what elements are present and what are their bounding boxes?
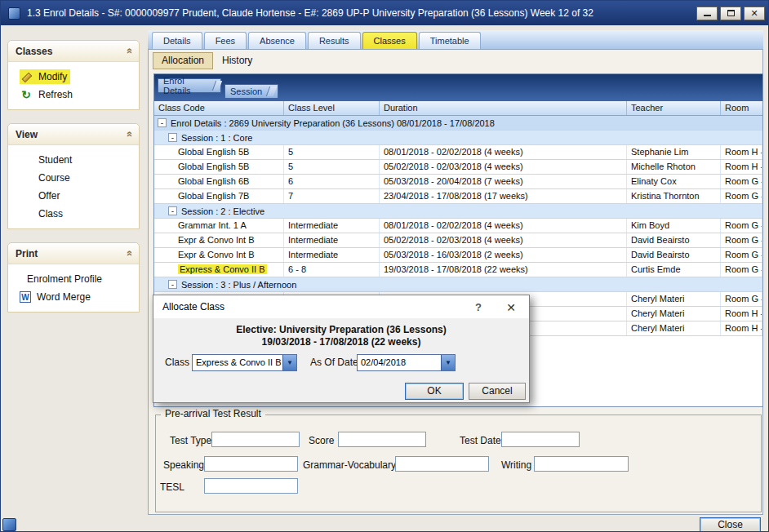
main-tabstrip: Details Fees Absence Results Classes Tim…: [148, 30, 763, 49]
sidebar-item-class[interactable]: Class: [8, 205, 139, 223]
class-combobox-value: Express & Convo II B: [193, 355, 282, 370]
writing-label: Writing: [501, 458, 531, 473]
group-field-label: Session: [230, 86, 262, 96]
panel-body: Enrolment Profile W Word Merge: [8, 264, 139, 312]
session-group-row[interactable]: - Session : 3 : Plus / Afternoon: [154, 277, 762, 292]
grammar-vocabulary-label: Grammar-Vocabulary: [303, 458, 396, 473]
collapse-chevron-icon[interactable]: »: [122, 131, 135, 137]
cancel-button[interactable]: Cancel: [469, 383, 526, 400]
dialog-help-button[interactable]: ?: [472, 301, 485, 314]
sidebar-item-word-merge[interactable]: W Word Merge: [8, 288, 139, 306]
column-header-duration[interactable]: Duration: [380, 101, 627, 115]
class-row[interactable]: Global English 6B 6 05/03/2018 - 20/04/2…: [154, 175, 762, 189]
close-window-button[interactable]: ✕: [744, 7, 765, 20]
sidebar-item-label: Modify: [38, 71, 67, 82]
tab-fees[interactable]: Fees: [204, 32, 247, 49]
duration-cell: 05/03/2018 - 16/03/2018 (2 weeks): [380, 248, 627, 262]
group-field-session[interactable]: Session: [224, 84, 278, 99]
room-cell: Room H -: [721, 160, 762, 174]
class-level-cell: 5: [284, 160, 380, 174]
class-level-cell: 7: [284, 189, 380, 203]
tab-classes[interactable]: Classes: [362, 32, 417, 49]
sidebar-panel-classes: Classes » Modify ↻ Refresh: [7, 40, 140, 110]
sidebar-item-enrolment-profile[interactable]: Enrolment Profile: [8, 270, 139, 288]
app-icon: [8, 7, 20, 20]
dialog-close-button[interactable]: ✕: [503, 299, 519, 316]
class-combobox[interactable]: Express & Convo II B ▼: [192, 354, 297, 371]
group-row-enrol-details[interactable]: - Enrol Details : 2869 University Prepar…: [154, 116, 762, 131]
duration-cell: 23/04/2018 - 17/08/2018 (17 weeks): [380, 189, 627, 203]
sidebar-item-label: Refresh: [38, 89, 73, 100]
column-header-teacher[interactable]: Teacher: [627, 101, 721, 115]
panel-header-classes[interactable]: Classes »: [8, 41, 139, 62]
refresh-icon: ↻: [20, 88, 33, 101]
class-row-selected[interactable]: Express & Convo II B 6 - 8 19/03/2018 - …: [154, 263, 762, 277]
sidebar-item-offer[interactable]: Offer: [8, 187, 139, 205]
grammar-vocabulary-input[interactable]: [395, 456, 489, 472]
class-row[interactable]: Global English 7B 7 23/04/2018 - 17/08/2…: [154, 189, 762, 204]
group-field-enrol-details[interactable]: Enrol Details: [158, 78, 221, 93]
dropdown-arrow-icon[interactable]: ▼: [282, 355, 296, 370]
collapse-minus-icon[interactable]: -: [158, 118, 167, 127]
writing-input[interactable]: [534, 456, 629, 472]
sidebar-item-refresh[interactable]: ↻ Refresh: [8, 86, 139, 104]
duration-cell: 08/01/2018 - 02/02/2018 (4 weeks): [380, 219, 627, 233]
class-code-cell: Grammar Int. 1 A: [154, 219, 284, 233]
highlight-annotation: Express & Convo II B: [178, 264, 267, 274]
speaking-input[interactable]: [204, 456, 298, 472]
as-of-date-picker[interactable]: 02/04/2018 ▼: [357, 354, 456, 371]
allocate-class-dialog: Allocate Class ? ✕ Elective: University …: [153, 295, 530, 403]
dialog-heading-line1: Elective: University Preparation (36 Les…: [153, 324, 529, 335]
tab-details[interactable]: Details: [152, 32, 202, 49]
sidebar-item-label: Enrolment Profile: [27, 273, 102, 285]
sidebar-item-student[interactable]: Student: [8, 151, 139, 169]
class-row[interactable]: Global English 5B 5 08/01/2018 - 02/02/2…: [154, 145, 762, 160]
class-row[interactable]: Expr & Convo Int B Intermediate 05/03/20…: [154, 248, 762, 263]
collapse-chevron-icon[interactable]: »: [122, 250, 135, 256]
sidebar-item-modify[interactable]: Modify: [8, 68, 139, 86]
test-type-input[interactable]: [211, 432, 300, 447]
panel-body: Student Course Offer Class: [8, 145, 139, 228]
class-row[interactable]: Global English 5B 5 05/02/2018 - 02/03/2…: [154, 160, 762, 175]
class-row[interactable]: Expr & Convo Int B Intermediate 05/02/20…: [154, 233, 762, 248]
tab-results[interactable]: Results: [308, 32, 361, 49]
sort-indicator-icon: [266, 86, 277, 96]
collapse-chevron-icon[interactable]: »: [122, 48, 135, 54]
ok-button[interactable]: OK: [405, 383, 464, 400]
tab-allocation[interactable]: Allocation: [153, 52, 213, 69]
minimize-icon: [704, 10, 711, 16]
collapse-minus-icon[interactable]: -: [168, 206, 177, 215]
session-group-row[interactable]: - Session : 2 : Elective: [154, 204, 762, 219]
tab-absence[interactable]: Absence: [248, 32, 306, 49]
column-header-class-code[interactable]: Class Code: [154, 101, 284, 115]
teacher-cell: Curtis Emde: [627, 263, 721, 277]
class-row[interactable]: Grammar Int. 1 A Intermediate 08/01/2018…: [154, 219, 762, 233]
class-level-cell: Intermediate: [284, 248, 380, 262]
window-controls: ✕: [696, 7, 765, 20]
panel-header-print[interactable]: Print »: [8, 243, 139, 264]
close-button[interactable]: Close: [700, 517, 761, 532]
maximize-button[interactable]: [720, 7, 741, 20]
tab-timetable[interactable]: Timetable: [419, 32, 481, 49]
edit-icon: [20, 70, 33, 83]
class-label: Class: [165, 354, 189, 371]
tab-history[interactable]: History: [213, 52, 261, 69]
collapse-minus-icon[interactable]: -: [168, 133, 177, 142]
sidebar-item-course[interactable]: Course: [8, 169, 139, 187]
duration-cell: 19/03/2018 - 17/08/2018 (22 weeks): [380, 263, 627, 277]
dropdown-arrow-icon[interactable]: ▼: [441, 355, 455, 370]
collapse-minus-icon[interactable]: -: [168, 280, 177, 289]
test-date-input[interactable]: [501, 432, 580, 447]
score-input[interactable]: [338, 432, 426, 447]
minimize-button[interactable]: [696, 7, 718, 20]
panel-title: Print: [16, 248, 38, 259]
sort-indicator-icon: [212, 81, 222, 91]
panel-header-view[interactable]: View »: [8, 124, 139, 145]
score-label: Score: [309, 433, 334, 449]
column-header-room[interactable]: Room: [721, 101, 762, 115]
column-header-class-level[interactable]: Class Level: [284, 101, 380, 115]
class-level-cell: 5: [284, 145, 380, 159]
session-group-row[interactable]: - Session : 1 : Core: [154, 131, 762, 145]
tesl-input[interactable]: [204, 478, 298, 494]
class-level-cell: 6: [284, 175, 380, 188]
